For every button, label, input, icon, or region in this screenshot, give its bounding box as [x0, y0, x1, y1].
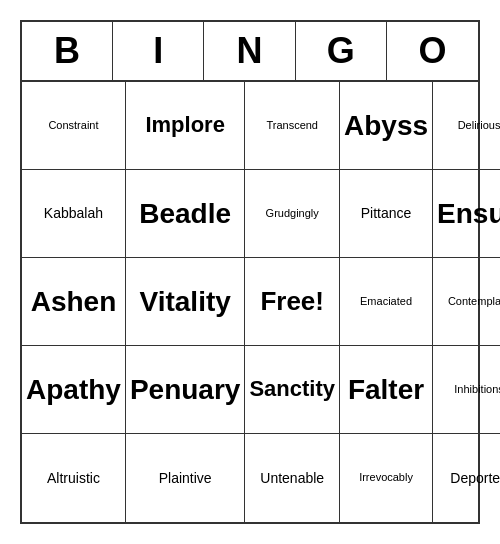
bingo-cell-20: Altruistic	[22, 434, 126, 522]
header-letter-b: B	[22, 22, 113, 80]
bingo-cell-3: Abyss	[340, 82, 433, 170]
bingo-cell-16: Penuary	[126, 346, 246, 434]
cell-text-2: Transcend	[266, 119, 318, 132]
header-letter-i: I	[113, 22, 204, 80]
cell-text-5: Kabbalah	[44, 205, 103, 222]
bingo-cell-23: Irrevocably	[340, 434, 433, 522]
cell-text-4: Delirious	[458, 119, 500, 132]
header-letter-n: N	[204, 22, 295, 80]
header-letter-o: O	[387, 22, 478, 80]
cell-text-14: Contemplate	[448, 295, 500, 308]
bingo-cell-4: Delirious	[433, 82, 500, 170]
bingo-card: BINGO ConstraintImploreTranscendAbyssDel…	[20, 20, 480, 524]
bingo-cell-0: Constraint	[22, 82, 126, 170]
bingo-cell-17: Sanctity	[245, 346, 340, 434]
cell-text-13: Emaciated	[360, 295, 412, 308]
bingo-cell-8: Pittance	[340, 170, 433, 258]
cell-text-22: Untenable	[260, 470, 324, 487]
bingo-cell-7: Grudgingly	[245, 170, 340, 258]
bingo-cell-15: Apathy	[22, 346, 126, 434]
bingo-cell-2: Transcend	[245, 82, 340, 170]
bingo-cell-19: Inhibitions	[433, 346, 500, 434]
cell-text-0: Constraint	[48, 119, 98, 132]
cell-text-8: Pittance	[361, 205, 412, 222]
cell-text-12: Free!	[260, 286, 324, 317]
cell-text-18: Falter	[348, 373, 424, 407]
bingo-cell-21: Plaintive	[126, 434, 246, 522]
bingo-cell-12: Free!	[245, 258, 340, 346]
bingo-cell-11: Vitality	[126, 258, 246, 346]
cell-text-17: Sanctity	[249, 376, 335, 402]
bingo-cell-14: Contemplate	[433, 258, 500, 346]
header-letter-g: G	[296, 22, 387, 80]
cell-text-15: Apathy	[26, 373, 121, 407]
cell-text-21: Plaintive	[159, 470, 212, 487]
cell-text-7: Grudgingly	[266, 207, 319, 220]
cell-text-11: Vitality	[140, 285, 231, 319]
bingo-cell-9: Ensue	[433, 170, 500, 258]
cell-text-23: Irrevocably	[359, 471, 413, 484]
bingo-cell-6: Beadle	[126, 170, 246, 258]
bingo-cell-5: Kabbalah	[22, 170, 126, 258]
cell-text-10: Ashen	[31, 285, 117, 319]
cell-text-24: Deported	[450, 470, 500, 487]
cell-text-3: Abyss	[344, 109, 428, 143]
cell-text-16: Penuary	[130, 373, 241, 407]
bingo-grid: ConstraintImploreTranscendAbyssDelirious…	[22, 82, 478, 522]
bingo-cell-13: Emaciated	[340, 258, 433, 346]
bingo-cell-18: Falter	[340, 346, 433, 434]
bingo-cell-10: Ashen	[22, 258, 126, 346]
cell-text-6: Beadle	[139, 197, 231, 231]
cell-text-9: Ensue	[437, 197, 500, 231]
bingo-cell-24: Deported	[433, 434, 500, 522]
bingo-cell-1: Implore	[126, 82, 246, 170]
cell-text-20: Altruistic	[47, 470, 100, 487]
cell-text-1: Implore	[145, 112, 224, 138]
bingo-header: BINGO	[22, 22, 478, 82]
bingo-cell-22: Untenable	[245, 434, 340, 522]
cell-text-19: Inhibitions	[454, 383, 500, 396]
